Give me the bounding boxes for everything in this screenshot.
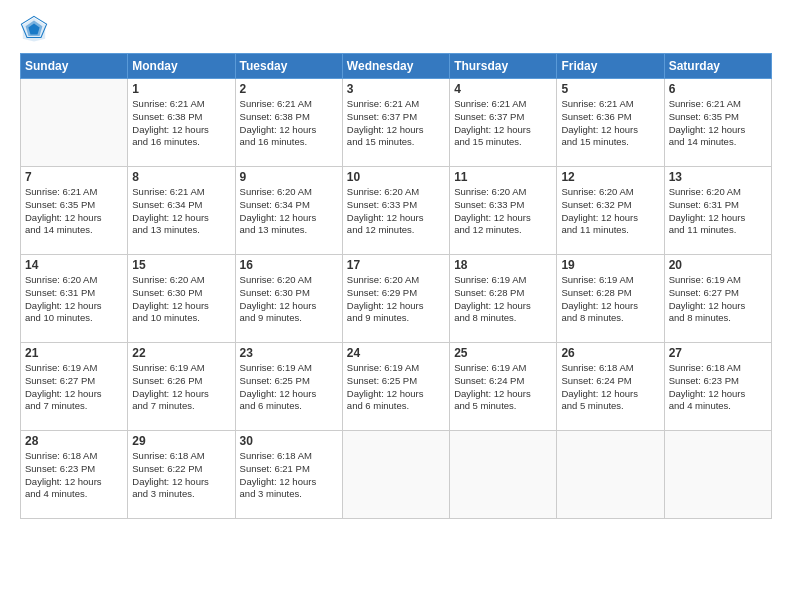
day-info: Sunrise: 6:20 AM Sunset: 6:31 PM Dayligh… [669,186,767,237]
day-info: Sunrise: 6:21 AM Sunset: 6:35 PM Dayligh… [25,186,123,237]
weekday-header-thursday: Thursday [450,54,557,79]
day-cell: 18Sunrise: 6:19 AM Sunset: 6:28 PM Dayli… [450,255,557,343]
week-row-2: 7Sunrise: 6:21 AM Sunset: 6:35 PM Daylig… [21,167,772,255]
day-info: Sunrise: 6:21 AM Sunset: 6:34 PM Dayligh… [132,186,230,237]
day-info: Sunrise: 6:19 AM Sunset: 6:24 PM Dayligh… [454,362,552,413]
day-cell: 7Sunrise: 6:21 AM Sunset: 6:35 PM Daylig… [21,167,128,255]
day-info: Sunrise: 6:21 AM Sunset: 6:37 PM Dayligh… [347,98,445,149]
day-number: 25 [454,346,552,360]
day-cell: 6Sunrise: 6:21 AM Sunset: 6:35 PM Daylig… [664,79,771,167]
day-info: Sunrise: 6:20 AM Sunset: 6:34 PM Dayligh… [240,186,338,237]
day-number: 1 [132,82,230,96]
day-info: Sunrise: 6:21 AM Sunset: 6:38 PM Dayligh… [240,98,338,149]
day-cell: 25Sunrise: 6:19 AM Sunset: 6:24 PM Dayli… [450,343,557,431]
header [20,15,772,43]
day-cell: 30Sunrise: 6:18 AM Sunset: 6:21 PM Dayli… [235,431,342,519]
day-number: 26 [561,346,659,360]
day-info: Sunrise: 6:20 AM Sunset: 6:33 PM Dayligh… [347,186,445,237]
weekday-header-friday: Friday [557,54,664,79]
day-cell: 28Sunrise: 6:18 AM Sunset: 6:23 PM Dayli… [21,431,128,519]
day-info: Sunrise: 6:19 AM Sunset: 6:28 PM Dayligh… [454,274,552,325]
day-info: Sunrise: 6:18 AM Sunset: 6:23 PM Dayligh… [669,362,767,413]
day-info: Sunrise: 6:19 AM Sunset: 6:27 PM Dayligh… [669,274,767,325]
logo-icon [20,15,48,43]
day-number: 12 [561,170,659,184]
day-cell: 19Sunrise: 6:19 AM Sunset: 6:28 PM Dayli… [557,255,664,343]
day-info: Sunrise: 6:20 AM Sunset: 6:30 PM Dayligh… [240,274,338,325]
day-cell: 10Sunrise: 6:20 AM Sunset: 6:33 PM Dayli… [342,167,449,255]
page: SundayMondayTuesdayWednesdayThursdayFrid… [0,0,792,612]
weekday-header-row: SundayMondayTuesdayWednesdayThursdayFrid… [21,54,772,79]
day-cell: 23Sunrise: 6:19 AM Sunset: 6:25 PM Dayli… [235,343,342,431]
day-cell: 15Sunrise: 6:20 AM Sunset: 6:30 PM Dayli… [128,255,235,343]
day-number: 21 [25,346,123,360]
day-cell: 8Sunrise: 6:21 AM Sunset: 6:34 PM Daylig… [128,167,235,255]
weekday-header-sunday: Sunday [21,54,128,79]
day-cell: 27Sunrise: 6:18 AM Sunset: 6:23 PM Dayli… [664,343,771,431]
day-cell: 26Sunrise: 6:18 AM Sunset: 6:24 PM Dayli… [557,343,664,431]
day-info: Sunrise: 6:21 AM Sunset: 6:38 PM Dayligh… [132,98,230,149]
day-number: 4 [454,82,552,96]
day-cell: 17Sunrise: 6:20 AM Sunset: 6:29 PM Dayli… [342,255,449,343]
day-number: 17 [347,258,445,272]
day-number: 7 [25,170,123,184]
day-cell: 21Sunrise: 6:19 AM Sunset: 6:27 PM Dayli… [21,343,128,431]
day-number: 13 [669,170,767,184]
day-number: 22 [132,346,230,360]
day-info: Sunrise: 6:19 AM Sunset: 6:25 PM Dayligh… [240,362,338,413]
day-number: 16 [240,258,338,272]
weekday-header-wednesday: Wednesday [342,54,449,79]
day-info: Sunrise: 6:19 AM Sunset: 6:27 PM Dayligh… [25,362,123,413]
week-row-4: 21Sunrise: 6:19 AM Sunset: 6:27 PM Dayli… [21,343,772,431]
weekday-header-tuesday: Tuesday [235,54,342,79]
day-cell [342,431,449,519]
day-number: 15 [132,258,230,272]
day-info: Sunrise: 6:19 AM Sunset: 6:28 PM Dayligh… [561,274,659,325]
weekday-header-saturday: Saturday [664,54,771,79]
day-cell: 3Sunrise: 6:21 AM Sunset: 6:37 PM Daylig… [342,79,449,167]
day-cell [450,431,557,519]
day-number: 3 [347,82,445,96]
day-number: 27 [669,346,767,360]
day-cell: 20Sunrise: 6:19 AM Sunset: 6:27 PM Dayli… [664,255,771,343]
day-number: 2 [240,82,338,96]
day-number: 5 [561,82,659,96]
day-number: 6 [669,82,767,96]
day-info: Sunrise: 6:18 AM Sunset: 6:23 PM Dayligh… [25,450,123,501]
day-info: Sunrise: 6:20 AM Sunset: 6:30 PM Dayligh… [132,274,230,325]
weekday-header-monday: Monday [128,54,235,79]
day-cell: 2Sunrise: 6:21 AM Sunset: 6:38 PM Daylig… [235,79,342,167]
day-number: 14 [25,258,123,272]
day-cell: 22Sunrise: 6:19 AM Sunset: 6:26 PM Dayli… [128,343,235,431]
day-info: Sunrise: 6:21 AM Sunset: 6:36 PM Dayligh… [561,98,659,149]
day-number: 29 [132,434,230,448]
week-row-1: 1Sunrise: 6:21 AM Sunset: 6:38 PM Daylig… [21,79,772,167]
day-cell: 9Sunrise: 6:20 AM Sunset: 6:34 PM Daylig… [235,167,342,255]
day-cell [557,431,664,519]
day-info: Sunrise: 6:20 AM Sunset: 6:29 PM Dayligh… [347,274,445,325]
calendar: SundayMondayTuesdayWednesdayThursdayFrid… [20,53,772,519]
day-info: Sunrise: 6:18 AM Sunset: 6:22 PM Dayligh… [132,450,230,501]
day-cell: 16Sunrise: 6:20 AM Sunset: 6:30 PM Dayli… [235,255,342,343]
day-number: 9 [240,170,338,184]
day-cell: 1Sunrise: 6:21 AM Sunset: 6:38 PM Daylig… [128,79,235,167]
day-number: 8 [132,170,230,184]
day-cell: 14Sunrise: 6:20 AM Sunset: 6:31 PM Dayli… [21,255,128,343]
logo [20,15,52,43]
day-number: 10 [347,170,445,184]
day-cell: 11Sunrise: 6:20 AM Sunset: 6:33 PM Dayli… [450,167,557,255]
day-info: Sunrise: 6:20 AM Sunset: 6:33 PM Dayligh… [454,186,552,237]
day-number: 19 [561,258,659,272]
day-info: Sunrise: 6:18 AM Sunset: 6:24 PM Dayligh… [561,362,659,413]
day-info: Sunrise: 6:18 AM Sunset: 6:21 PM Dayligh… [240,450,338,501]
day-number: 24 [347,346,445,360]
day-number: 11 [454,170,552,184]
day-number: 28 [25,434,123,448]
day-info: Sunrise: 6:19 AM Sunset: 6:25 PM Dayligh… [347,362,445,413]
day-info: Sunrise: 6:20 AM Sunset: 6:31 PM Dayligh… [25,274,123,325]
day-cell: 13Sunrise: 6:20 AM Sunset: 6:31 PM Dayli… [664,167,771,255]
day-number: 23 [240,346,338,360]
day-number: 30 [240,434,338,448]
day-cell: 4Sunrise: 6:21 AM Sunset: 6:37 PM Daylig… [450,79,557,167]
day-cell [664,431,771,519]
